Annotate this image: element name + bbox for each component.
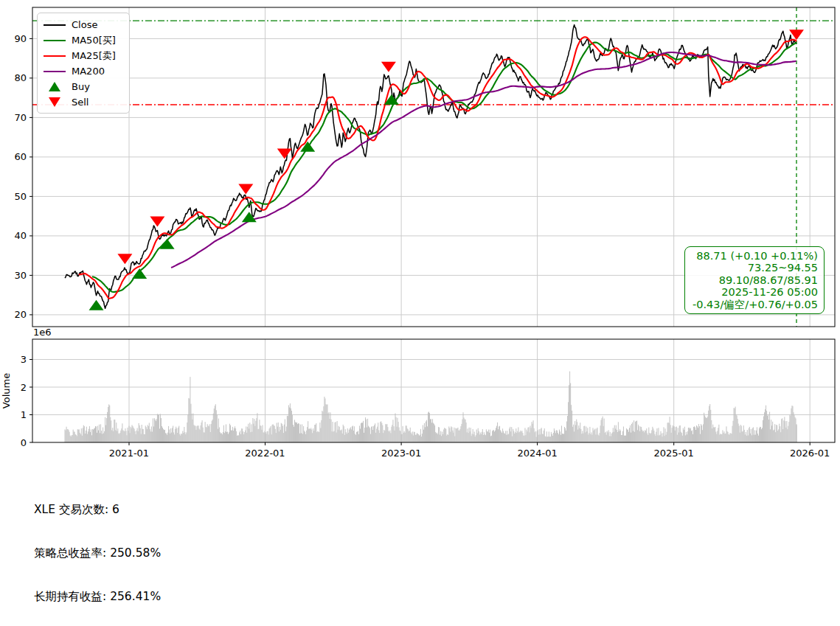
legend-line-swatch: [44, 55, 66, 57]
sell-marker: [150, 217, 164, 227]
volume-offset-label: 1e6: [33, 327, 52, 338]
annotation-line: 88.71 (+0.10 +0.11%): [691, 250, 818, 262]
buy-triangle-icon: [44, 82, 66, 91]
price-tick-label: 60: [14, 151, 27, 162]
volume-tick-label: 3: [21, 354, 27, 365]
volume-axis-label: Volume: [1, 373, 12, 408]
hold-return: 长期持有收益: 256.41%: [34, 590, 412, 605]
legend-label: Sell: [72, 97, 88, 108]
legend-label: MA25[卖]: [72, 49, 116, 63]
buy-marker: [300, 142, 315, 152]
price-tick-label: 90: [14, 33, 27, 44]
legend-line-swatch: [44, 40, 66, 41]
legend: CloseMA50[买]MA25[卖]MA200BuySell: [37, 13, 130, 114]
price-tick-label: 40: [14, 230, 27, 241]
sell-marker: [238, 184, 253, 194]
price-tick-label: 30: [14, 270, 27, 281]
strategy-return: 策略总收益率: 250.58%: [34, 546, 412, 561]
legend-item-ma50: MA50[买]: [44, 32, 123, 48]
volume-tick-label: 2: [21, 382, 27, 393]
legend-label: MA200: [72, 66, 105, 77]
symbol-trade-count: XLE 交易次数: 6: [34, 503, 412, 518]
legend-item-ma200: MA200: [44, 63, 123, 79]
sell-marker: [117, 254, 132, 264]
x-tick-label: 2025-01: [654, 448, 694, 459]
x-tick-label: 2021-01: [109, 448, 149, 459]
x-tick-label: 2022-01: [245, 448, 285, 459]
annotation-line: -0.43/偏空/+0.76/+0.05: [691, 299, 818, 310]
annotation-line: 73.25~94.55: [691, 262, 818, 274]
volume-tick-label: 1: [21, 409, 27, 420]
sell-triangle-icon: [44, 97, 66, 107]
price-tick-label: 70: [14, 112, 27, 123]
legend-item-close: Close: [44, 17, 123, 32]
quote-annotation-box: 88.71 (+0.10 +0.11%)73.25~94.5589.10/88.…: [684, 246, 825, 314]
sell-marker: [277, 149, 292, 159]
sell-marker: [381, 62, 396, 72]
x-tick-label: 2023-01: [381, 448, 421, 459]
legend-label: Buy: [72, 81, 90, 92]
annotation-line: 89.10/88.67/85.91: [691, 274, 818, 286]
legend-line-swatch: [44, 24, 66, 26]
volume-tick-label: 0: [21, 437, 27, 448]
x-tick-label: 2026-01: [790, 448, 830, 459]
annotation-line: 2025-11-26 05:00: [691, 286, 818, 298]
price-tick-label: 20: [14, 309, 27, 320]
price-tick-label: 50: [14, 191, 27, 202]
legend-label: MA50[买]: [72, 34, 116, 47]
legend-label: Close: [72, 19, 97, 30]
buy-marker: [160, 239, 175, 249]
x-tick-label: 2024-01: [517, 448, 557, 459]
price-tick-label: 80: [14, 72, 27, 83]
legend-item-buy: Buy: [44, 79, 123, 94]
legend-item-ma25: MA25[卖]: [44, 48, 123, 63]
volume-bars: [65, 372, 796, 442]
buy-marker: [89, 300, 104, 310]
figure: 908070605040302032102021-012022-012023-0…: [0, 0, 840, 626]
legend-item-sell: Sell: [44, 94, 123, 110]
legend-line-swatch: [44, 71, 66, 72]
trade-summary: XLE 交易次数: 6 策略总收益率: 250.58% 长期持有收益: 256.…: [34, 474, 412, 626]
